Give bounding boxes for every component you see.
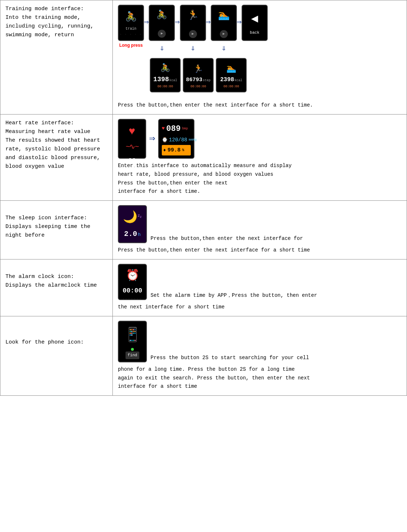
training-row: Training mode interface: Into the traini… <box>0 0 407 115</box>
sleep-title: The sleep icon interface: <box>5 215 87 221</box>
screen-cycle: 🚴 ▶ ⇓ <box>149 5 175 55</box>
sleep-unit: h <box>138 231 141 239</box>
cycle-num: 1398 <box>153 76 169 83</box>
bike-icon-2: 🚴 <box>156 8 167 23</box>
swim-num: 2398 <box>220 77 234 83</box>
run-icon-sub: 🏃 <box>193 63 203 76</box>
training-left-col: Training mode interface: Into the traini… <box>0 0 113 115</box>
train-label: train <box>126 26 136 32</box>
phone-desc-2: phone for a long time. Press the button … <box>118 366 295 372</box>
ws-cycle-stats: 🚴 1398 kcal 00:00:00 <box>150 58 181 92</box>
phone-row: Look for the phone icon: 📱 find Press th… <box>0 316 407 395</box>
hr-desc-4: interface for a short time. <box>118 188 200 194</box>
phone-icon: 📱 <box>124 324 141 348</box>
training-sub-screens: 🚴 1398 kcal 00:00:00 🏃 86793 step 00:00:… <box>150 58 402 92</box>
arrow-down-1: ⇓ <box>160 42 164 55</box>
hr-line3: rate, systolic blood pressure <box>5 146 100 152</box>
watch-cycle: 🚴 ▶ <box>149 5 175 41</box>
run-num: 86793 <box>186 77 202 83</box>
bp-value-row: ⌚ 120/88 mmHg <box>162 136 191 145</box>
phone-title: Look for the phone icon: <box>5 339 84 345</box>
hr-right-col: ♥ ~∿~ -- ······· ⇒ ♥ 089 bmp ⌚ <box>113 114 407 200</box>
sleep-desc-2: Press the button,then enter the next int… <box>118 247 310 253</box>
sleep-row: The sleep icon interface: Displays sleep… <box>0 201 407 259</box>
hr-right-screen: ♥ 089 bmp ⌚ 120/88 mmHg ♦ 99.8 % <box>158 119 194 159</box>
hr-desc-2: heart rate, blood pressure, and blood ox… <box>118 171 273 177</box>
hr-number: 089 <box>166 122 181 136</box>
swim-unit: kcal <box>234 78 242 83</box>
watch-run: 🏃 ▶ <box>180 5 206 41</box>
play-btn-1: ▶ <box>158 30 166 38</box>
watch-back: ◀ back <box>242 5 268 41</box>
heart-rate-row: Heart rate interface: Measuring heart ra… <box>0 114 407 200</box>
hr-desc-3: Press the button,then enter the next <box>118 180 227 186</box>
arrow-down-3: ⇓ <box>221 42 226 55</box>
hr-line5: blood oxygen value <box>5 163 64 170</box>
alarm-screen: ⏰ 00:00 ······· <box>118 264 147 300</box>
phone-right-col: 📱 find Press the button 2S to start sear… <box>113 316 407 395</box>
hr-line4: and diastolic blood pressure, <box>5 155 100 161</box>
training-diagram: 🚴 train · · · · · Long press ⇒ 🚴 ▶ ⇓ ⇒ <box>118 5 402 55</box>
sleep-line1: Displays sleeping time the <box>5 224 90 230</box>
watch-swim: 🏊 ▶ <box>211 5 237 41</box>
phone-desc-3: again to exit the search. Press the butt… <box>118 375 310 381</box>
training-line2: including cycling, running, <box>5 23 94 29</box>
training-title: Training mode interface: <box>5 6 84 12</box>
training-line3: swimming mode, return <box>5 32 74 38</box>
swim-icon-top: 🏊 <box>218 8 230 24</box>
arrow-down-2: ⇓ <box>190 42 195 55</box>
alarm-line1: Displays the alarmclock time <box>5 282 97 288</box>
arrow-1: ⇒ <box>144 16 149 29</box>
run-icon-top: 🏃 <box>187 8 199 24</box>
spo2-unit: % <box>182 147 184 153</box>
sleep-dots: ······· <box>123 240 143 245</box>
ws-swim-stats: 🏊 2398 kcal 00:00:00 <box>216 58 247 92</box>
alarm-time-display: 00:00 <box>123 285 142 296</box>
play-btn-2: ▶ <box>189 30 197 38</box>
alarm-row: The alarm clock icon: Displays the alarm… <box>0 259 407 316</box>
alarm-right-col: ⏰ 00:00 ······· Set the alarm time by AP… <box>113 259 407 316</box>
ws-run-stats: 🏃 86793 step 00:00:00 <box>183 58 214 92</box>
bp-icon: ⌚ <box>162 136 168 144</box>
hr-left-screen: ♥ ~∿~ -- ······· <box>118 119 146 159</box>
sleep-value: 2.0 <box>124 228 137 240</box>
run-time: 00:00:00 <box>190 84 206 90</box>
heart-mini-icon: ♥ <box>162 124 165 133</box>
bike-icon-sub: 🚴 <box>160 62 170 75</box>
train-dots: · · · · · <box>120 32 142 37</box>
hr-value-row: ♥ 089 bmp <box>162 122 191 136</box>
spo2-value-row: ♦ 99.8 % <box>162 145 191 156</box>
spo2-icon: ♦ <box>163 146 166 154</box>
phone-screen: 📱 find <box>118 321 147 362</box>
alarm-clock-icon: ⏰ <box>126 267 139 285</box>
phone-left-col: Look for the phone icon: <box>0 316 113 395</box>
hr-line1: Measuring heart rate value <box>5 129 90 135</box>
bp-number: 120/88 <box>169 136 187 145</box>
phone-desc-4: interface for a short time <box>118 383 197 389</box>
sleep-diagram: 🌙zz 2.0 h ······· Press the button,then … <box>118 205 402 243</box>
play-btn-3: ▶ <box>220 30 228 38</box>
training-desc: Press the button,then enter the next int… <box>118 102 313 108</box>
sleep-right-col: 🌙zz 2.0 h ······· Press the button,then … <box>113 201 407 259</box>
phone-green-dot <box>131 348 134 351</box>
hr-line2: The results showed that heart <box>5 137 100 144</box>
training-line1: Into the training mode, <box>5 14 81 21</box>
run-unit: step <box>203 78 211 83</box>
moon-icon: 🌙zz <box>123 208 141 228</box>
back-arrow-icon: ◀ <box>251 9 258 29</box>
hr-unit: bmp <box>182 126 188 132</box>
screen-run-top: 🏃 ▶ ⇓ <box>180 5 206 55</box>
swim-time: 00:00:00 <box>223 84 239 90</box>
alarm-title: The alarm clock icon: <box>5 274 74 280</box>
spo2-number: 99.8 <box>168 146 181 155</box>
screen-train: 🚴 train · · · · · Long press <box>118 5 144 49</box>
heart-icon: ♥ <box>129 122 135 141</box>
screen-back: ◀ back <box>242 5 268 41</box>
phone-desc-inline: Press the button 2S to start searching f… <box>151 354 309 362</box>
hr-left-col: Heart rate interface: Measuring heart ra… <box>0 114 113 200</box>
sleep-screen: 🌙zz 2.0 h ······· <box>118 205 147 243</box>
hr-arrow: ⇒ <box>149 130 155 147</box>
swim-icon-sub: 🏊 <box>226 62 236 76</box>
hr-title: Heart rate interface: <box>5 120 74 126</box>
hr-diagram: ♥ ~∿~ -- ······· ⇒ ♥ 089 bmp ⌚ <box>118 119 402 159</box>
